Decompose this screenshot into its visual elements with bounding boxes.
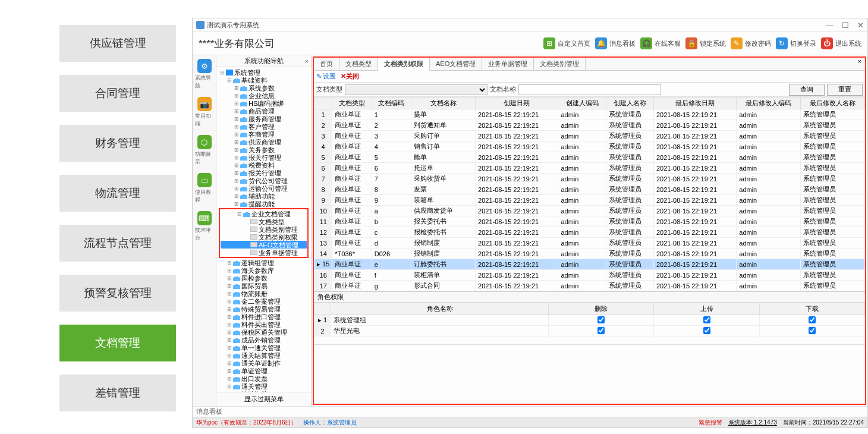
close-window-button[interactable]: ✕ (857, 21, 864, 30)
tree-node[interactable]: AEO文档管理 (221, 241, 307, 249)
tab-5[interactable]: 文档类别管理 (534, 58, 586, 70)
perm-checkbox[interactable] (703, 327, 710, 334)
category-2[interactable]: 财务管理 (59, 125, 176, 162)
header-action-5[interactable]: ↻切换登录 (776, 37, 816, 49)
maximize-button[interactable]: ☐ (842, 21, 849, 30)
nav-close-button[interactable]: × (305, 58, 309, 65)
tree-node[interactable]: ⊞企业信息 (218, 92, 310, 99)
settings-button[interactable]: ✎设置 (316, 72, 336, 81)
table-row[interactable]: 6商业单证6托运单2021-08-15 22:19:21admin系统管理员20… (315, 163, 865, 174)
col-header[interactable]: 文档类型 (332, 98, 372, 109)
table-row[interactable]: 2华星光电 (315, 326, 865, 336)
tree-node[interactable]: ⊞国际贸易 (218, 282, 310, 290)
dock-item-2[interactable]: ⬡功能展示 (195, 135, 214, 166)
col-header[interactable]: 最后修改人名称 (801, 98, 865, 109)
category-1[interactable]: 合同管理 (59, 75, 176, 112)
table-row[interactable]: 3商业单证3采购订单2021-08-15 22:19:21admin系统管理员2… (315, 131, 865, 141)
tree-node[interactable]: ⊞客商管理 (218, 130, 310, 138)
tree-node[interactable]: ⊞货代公司管理 (218, 177, 310, 184)
tree-node[interactable]: ⊞保税区通关管理 (218, 328, 310, 336)
header-action-6[interactable]: ⏻退出系统 (821, 37, 861, 49)
tab-3[interactable]: AEO文档管理 (430, 58, 482, 70)
tree-node[interactable]: ⊞运输公司管理 (218, 184, 310, 192)
tab-2[interactable]: 文档类别权限 (378, 58, 430, 71)
tree-node[interactable]: ⊞单一通关管理 (218, 344, 310, 351)
table-row[interactable]: 17商业单证g形式合同2021-08-15 22:19:21admin系统管理员… (315, 281, 865, 291)
col-header[interactable]: 下载 (759, 303, 864, 315)
role-grid-wrap[interactable]: 角色名称删除上传下载▸ 1系统管理组2华星光电 (314, 303, 865, 344)
reset-button[interactable]: 重置 (827, 84, 863, 96)
query-button[interactable]: 查询 (789, 84, 825, 96)
main-grid-wrap[interactable]: 文档类型文档编码文档名称创建日期创建人编码创建人名称最后修改日期最后修改人编码最… (314, 97, 865, 292)
perm-checkbox[interactable] (597, 316, 605, 323)
minimize-button[interactable]: — (826, 21, 834, 30)
tree-node[interactable]: ⊞报关行管理 (218, 169, 310, 177)
perm-checkbox[interactable] (809, 327, 816, 334)
tab-1[interactable]: 文档类型 (339, 58, 378, 70)
dock-item-4[interactable]: ⌨技术平台 (195, 211, 214, 242)
tree-node[interactable]: ⊞税费资料 (218, 161, 310, 169)
tab-4[interactable]: 业务单据管理 (482, 58, 534, 70)
dock-item-1[interactable]: 📷常用功能 (195, 97, 214, 128)
perm-checkbox[interactable] (809, 316, 816, 323)
col-header[interactable]: 最后修改日期 (653, 98, 736, 109)
table-row[interactable]: 4商业单证4销售订单2021-08-15 22:19:21admin系统管理员2… (315, 141, 865, 152)
nav-footer-button[interactable]: 显示过期菜单 (216, 392, 311, 406)
col-header[interactable]: 文档编码 (372, 98, 411, 109)
col-header[interactable]: 创建日期 (476, 98, 558, 109)
category-6[interactable]: 文档管理 (59, 325, 176, 361)
col-header[interactable]: 角色名称 (331, 303, 549, 315)
category-5[interactable]: 预警复核管理 (59, 275, 176, 312)
status-alarm[interactable]: 紧急报警 (699, 419, 722, 427)
category-4[interactable]: 流程节点管理 (59, 225, 176, 262)
table-row[interactable]: ▸ 15商业单证e订舱委托书2021-08-15 22:19:21admin系统… (315, 259, 865, 270)
tree-node[interactable]: ⊞通关管理 (218, 382, 310, 390)
header-action-4[interactable]: ✎修改密码 (731, 37, 771, 49)
table-row[interactable]: ▸ 1系统管理组 (315, 315, 865, 326)
tree-node[interactable]: ⊟系统管理 (218, 68, 310, 76)
tree-node[interactable]: ⊞通关结算管理 (218, 351, 310, 359)
tree-node[interactable]: ⊞通关单证制作 (218, 359, 310, 367)
tree-node[interactable]: ⊞报关行管理 (218, 153, 310, 161)
tree-node[interactable]: 文档类别管理 (221, 225, 307, 233)
table-row[interactable]: 10商业单证a供应商发货单2021-08-15 22:19:21admin系统管… (315, 206, 865, 216)
tree-node[interactable]: ⊞料件买出管理 (218, 320, 310, 328)
filter-name-input[interactable] (518, 84, 661, 95)
perm-checkbox[interactable] (597, 327, 605, 334)
col-header[interactable]: 上传 (654, 303, 759, 315)
tree-node[interactable]: ⊞料件进口管理 (218, 313, 310, 320)
nav-tree[interactable]: ⊟系统管理⊟基础资料⊞系统参数⊞企业信息⊞HS编码捆绑⊞商品管理⊞服务商管理⊞客… (216, 67, 311, 392)
table-row[interactable]: 1商业单证1提单2021-08-15 22:19:21admin系统管理员202… (315, 109, 865, 120)
tree-node[interactable]: 业务单据管理 (221, 249, 307, 256)
col-header[interactable]: 创建人编码 (558, 98, 606, 109)
header-action-0[interactable]: ⊞自定义首页 (543, 37, 590, 49)
dock-item-0[interactable]: ⚙系统导航 (195, 59, 214, 90)
table-row[interactable]: 2商业单证2到货通知单2021-08-15 22:19:21admin系统管理员… (315, 120, 865, 131)
header-action-1[interactable]: 🔔消息看板 (595, 37, 636, 49)
col-header[interactable]: 创建人名称 (606, 98, 653, 109)
dock-item-3[interactable]: ▭使用教程 (195, 173, 214, 204)
table-row[interactable]: 13商业单证d报销制度2021-08-15 22:19:21admin系统管理员… (315, 238, 865, 249)
table-row[interactable]: 11商业单证b报关委托书2021-08-15 22:19:21admin系统管理… (315, 216, 865, 227)
header-action-3[interactable]: 🔒锁定系统 (685, 37, 726, 49)
tree-node[interactable]: ⊞出口发票 (218, 375, 310, 382)
tree-node[interactable]: ⊞国检参数 (218, 274, 310, 282)
table-row[interactable]: 16商业单证f装柜清单2021-08-15 22:19:21admin系统管理员… (315, 270, 865, 281)
tree-node[interactable]: ⊟基础资料 (218, 76, 310, 84)
table-row[interactable]: 12商业单证c报检委托书2021-08-15 22:19:21admin系统管理… (315, 227, 865, 238)
table-row[interactable]: 8商业单证8发票2021-08-15 22:19:21admin系统管理员202… (315, 184, 865, 195)
col-header[interactable]: 文档名称 (411, 98, 476, 109)
col-header[interactable] (315, 98, 332, 109)
col-header[interactable]: 最后修改人编码 (737, 98, 801, 109)
filter-type-select[interactable] (345, 84, 488, 95)
col-header[interactable] (315, 303, 331, 315)
tree-node[interactable]: ⊞服务商管理 (218, 115, 310, 122)
tab-0[interactable]: 首页 (314, 58, 339, 70)
header-action-2[interactable]: 🎧在线客服 (640, 37, 681, 49)
tree-node[interactable]: ⊞商品管理 (218, 107, 310, 115)
tabs-close-icon[interactable]: × (854, 58, 865, 70)
category-3[interactable]: 物流管理 (59, 175, 176, 212)
tree-node[interactable]: ⊞系统参数 (218, 84, 310, 92)
tree-node[interactable]: ⊞HS编码捆绑 (218, 99, 310, 107)
tree-node[interactable]: ⊟企业文档管理 (221, 210, 307, 218)
